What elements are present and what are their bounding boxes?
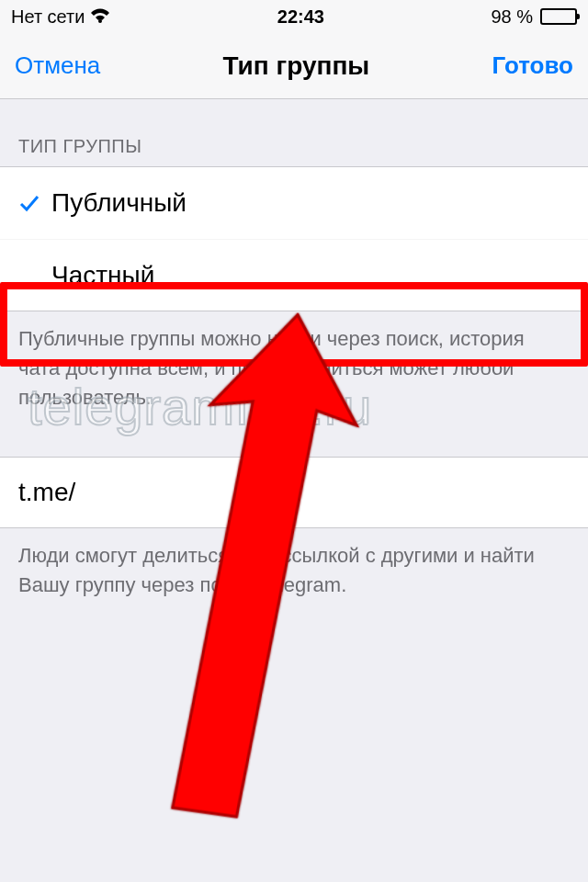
- group-type-footer: Публичные группы можно найти через поиск…: [0, 311, 588, 435]
- page-title: Тип группы: [223, 51, 370, 81]
- cancel-button[interactable]: Отмена: [15, 51, 100, 80]
- battery-icon: [540, 8, 577, 25]
- option-label: Публичный: [51, 188, 187, 218]
- status-bar: Нет сети 22:43 98 %: [0, 0, 588, 33]
- nav-bar: Отмена Тип группы Готово: [0, 33, 588, 99]
- group-type-list: Публичный Частный: [0, 166, 588, 311]
- carrier-text: Нет сети: [11, 6, 85, 28]
- link-prefix: t.me/: [18, 478, 75, 507]
- link-input-row[interactable]: t.me/: [0, 457, 588, 528]
- option-public[interactable]: Публичный: [0, 167, 588, 239]
- checkmark-icon: [18, 192, 51, 214]
- battery-pct: 98 %: [491, 6, 533, 28]
- option-private[interactable]: Частный: [0, 239, 588, 311]
- link-footer: Люди смогут делиться этой ссылкой с друг…: [0, 528, 588, 622]
- status-left: Нет сети: [11, 6, 110, 28]
- svg-point-0: [98, 19, 102, 23]
- done-button[interactable]: Готово: [492, 51, 573, 80]
- option-label: Частный: [51, 261, 154, 290]
- status-right: 98 %: [491, 6, 577, 28]
- status-time: 22:43: [277, 6, 324, 28]
- wifi-icon: [90, 6, 110, 28]
- section-header: ТИП ГРУППЫ: [0, 99, 588, 166]
